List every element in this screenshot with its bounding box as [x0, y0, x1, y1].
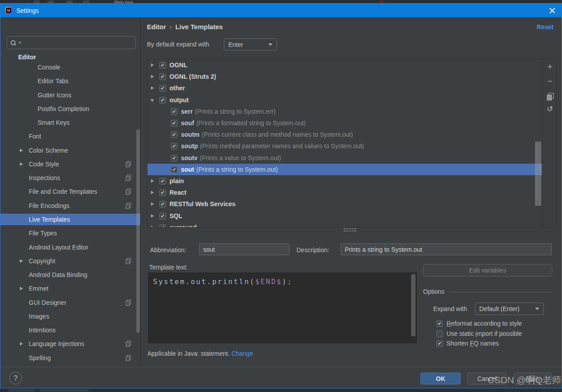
template-checkbox[interactable] [171, 166, 177, 173]
change-link[interactable]: Change [231, 350, 253, 357]
expand-arrow-icon[interactable] [20, 149, 23, 152]
template-row-ognl[interactable]: OGNL [147, 59, 542, 71]
expand-arrow-icon[interactable] [20, 162, 23, 166]
sidebar-item-images[interactable]: Images [0, 311, 140, 322]
expand-arrow-icon[interactable] [150, 63, 154, 67]
sidebar-item-android-data-binding[interactable]: Android Data Binding [0, 269, 140, 281]
sidebar-item-intentions[interactable]: Intentions [0, 324, 140, 336]
expand-arrow-icon[interactable] [150, 214, 154, 218]
sidebar-item-emmet[interactable]: Emmet [0, 283, 140, 294]
template-row-surround[interactable]: surround [147, 222, 542, 227]
template-row-soutp[interactable]: soutp(Prints method parameter names and … [147, 140, 542, 152]
template-checkbox[interactable] [171, 155, 177, 161]
sidebar-item-gutter-icons[interactable]: Gutter Icons [0, 89, 140, 101]
sidebar-group-editor[interactable]: Editor [18, 54, 36, 61]
sidebar-item-editor-tabs[interactable]: Editor Tabs [0, 75, 140, 87]
template-row-soutv[interactable]: soutv(Prints a value to System.out) [147, 152, 542, 164]
sidebar-item-file-and-code-templates[interactable]: File and Code Templates [0, 186, 140, 197]
template-checkbox[interactable] [159, 201, 166, 208]
option-use-static-import-if-possible[interactable]: Use static import if possible [436, 329, 522, 338]
template-checkbox[interactable] [159, 85, 166, 92]
default-expand-select[interactable]: Enter [224, 38, 277, 50]
sidebar-item-label: Font [29, 133, 41, 140]
sidebar-item-android-layout-editor[interactable]: Android Layout Editor [0, 242, 140, 253]
sidebar-search-box[interactable] [7, 36, 136, 49]
template-row-souf[interactable]: souf(Prints a formatted string to System… [147, 117, 542, 129]
sidebar-item-console[interactable]: Console [0, 61, 140, 73]
template-text-editor[interactable]: System.out.println($END$); [148, 273, 417, 343]
template-row-restful-web-services[interactable]: RESTful Web Services [147, 198, 542, 210]
sidebar-item-copyright[interactable]: Copyright [0, 255, 140, 267]
sidebar-item-inspections[interactable]: Inspections [0, 172, 140, 184]
splitter-grip[interactable] [344, 228, 356, 231]
restore-defaults-icon[interactable]: ↺ [547, 105, 553, 113]
template-checkbox[interactable] [171, 108, 177, 115]
sidebar-item-code-style[interactable]: Code Style [0, 158, 140, 170]
expand-arrow-icon[interactable] [20, 259, 23, 263]
expand-arrow-icon[interactable] [150, 226, 154, 227]
sidebar-item-file-types[interactable]: File Types [0, 227, 140, 239]
expand-arrow-icon[interactable] [150, 86, 154, 90]
edit-variables-button[interactable]: Edit variables [423, 264, 552, 277]
template-checkbox[interactable] [159, 97, 166, 104]
search-input[interactable] [24, 39, 132, 46]
option-checkbox[interactable] [436, 340, 443, 347]
sidebar-item-spelling[interactable]: Spelling [0, 352, 140, 364]
ok-button[interactable]: OK [420, 373, 461, 384]
template-checkbox[interactable] [159, 213, 166, 219]
abbreviation-input[interactable] [199, 243, 289, 255]
sidebar-item-color-scheme[interactable]: Color Scheme [0, 145, 140, 156]
template-checkbox[interactable] [159, 189, 166, 196]
sidebar-item-font[interactable]: Font [0, 131, 140, 142]
template-checkbox[interactable] [159, 73, 166, 80]
template-checkbox[interactable] [171, 143, 177, 150]
sidebar-item-gui-designer[interactable]: GUI Designer [0, 297, 140, 308]
expand-arrow-icon[interactable] [150, 202, 154, 206]
add-icon[interactable]: + [545, 62, 555, 73]
sidebar-item-language-injections[interactable]: Language Injections [0, 338, 140, 350]
template-checkbox[interactable] [159, 62, 166, 69]
expand-with-select[interactable]: Default (Enter) [475, 303, 544, 315]
template-row-ognl-struts-2[interactable]: OGNL (Struts 2) [147, 71, 542, 82]
template-row-soutm[interactable]: soutm(Prints current class and method na… [147, 129, 542, 140]
template-tree-scrollbar[interactable] [535, 142, 541, 206]
help-button[interactable]: ? [9, 372, 22, 384]
option-shorten-fq-names[interactable]: Shorten FQ names [436, 339, 499, 348]
breadcrumb-editor[interactable]: Editor [147, 23, 166, 31]
close-icon[interactable] [548, 7, 556, 15]
expand-arrow-icon[interactable] [150, 191, 154, 195]
screen: Main.java IJ Settings Editor ConsoleEdit… [0, 0, 562, 392]
sidebar-item-file-encodings[interactable]: File Encodings [0, 200, 140, 211]
search-caret-icon[interactable] [19, 42, 21, 44]
sidebar-item-smart-keys[interactable]: Smart Keys [0, 117, 140, 128]
duplicate-icon[interactable] [547, 93, 553, 100]
template-row-plain[interactable]: plain [147, 175, 542, 187]
editor-scrollbar[interactable] [411, 274, 416, 336]
template-checkbox[interactable] [159, 224, 166, 227]
sidebar-item-postfix-completion[interactable]: Postfix Completion [0, 103, 140, 115]
template-row-serr[interactable]: serr(Prints a string to System.err) [147, 106, 542, 117]
template-row-output[interactable]: output [147, 94, 542, 106]
description-input[interactable] [341, 243, 552, 255]
sidebar-item-live-templates[interactable]: Live Templates [0, 214, 140, 225]
template-row-sql[interactable]: SQL [147, 210, 542, 222]
remove-icon[interactable]: − [545, 77, 555, 88]
template-row-other[interactable]: other [147, 82, 542, 94]
reset-link[interactable]: Reset [537, 23, 554, 31]
expand-arrow-icon[interactable] [20, 287, 23, 290]
option-reformat-according-to-style[interactable]: Reformat according to style [436, 319, 522, 328]
template-row-react[interactable]: React [147, 187, 542, 198]
option-checkbox[interactable] [436, 320, 443, 327]
expand-arrow-icon[interactable] [150, 75, 154, 79]
template-row-sout[interactable]: sout(Prints a string to System.out) [147, 164, 542, 175]
sidebar-scrollbar[interactable] [136, 129, 140, 333]
sidebar-item-label: File Encodings [29, 202, 69, 209]
template-checkbox[interactable] [159, 178, 166, 184]
option-checkbox[interactable] [436, 331, 443, 337]
expand-arrow-icon[interactable] [150, 179, 154, 183]
template-checkbox[interactable] [171, 120, 177, 127]
template-checkbox[interactable] [171, 131, 177, 138]
collapse-arrow-icon[interactable] [150, 98, 154, 102]
code-segment: System.out.println( [153, 277, 255, 286]
expand-arrow-icon[interactable] [20, 342, 23, 346]
